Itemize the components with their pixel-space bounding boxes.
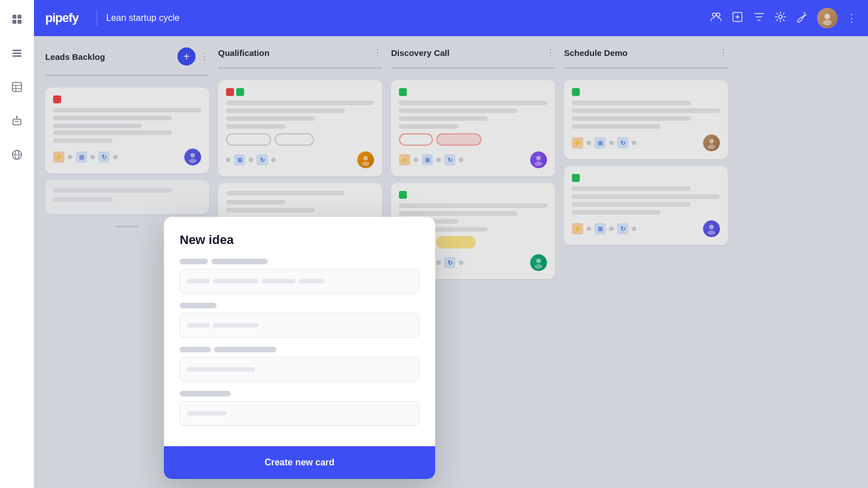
card-line — [53, 124, 142, 128]
form-group-3 — [180, 347, 419, 382]
action-icon[interactable]: ⊞ — [234, 154, 245, 165]
action-icon[interactable]: ↻ — [257, 154, 268, 165]
settings-icon[interactable] — [774, 11, 787, 26]
form-input-4[interactable] — [180, 401, 419, 426]
card-line — [399, 116, 488, 121]
column-menu-schedule-demo[interactable]: ⋮ — [719, 47, 728, 58]
user-avatar[interactable] — [817, 8, 837, 28]
input-placeholder — [187, 279, 324, 284]
column-menu-qualification[interactable]: ⋮ — [373, 47, 382, 58]
pill-pink-filled — [436, 133, 481, 146]
svg-rect-6 — [12, 55, 21, 57]
form-group-4 — [180, 391, 419, 426]
action-icon[interactable]: ↻ — [444, 257, 455, 268]
form-input-2[interactable] — [180, 313, 419, 338]
action-icon[interactable]: ⚡ — [399, 154, 410, 165]
svg-point-28 — [362, 162, 370, 166]
card-line — [399, 203, 547, 208]
action-icon[interactable]: ⚡ — [53, 151, 64, 163]
main-area: pipefy Lean startup cycle — [34, 0, 868, 488]
card-line — [226, 200, 285, 204]
form-input-1[interactable] — [180, 269, 419, 294]
action-dot — [632, 226, 636, 231]
action-icon[interactable]: ⊞ — [422, 154, 433, 165]
column-title-leads-backlog: Leads Backlog — [45, 52, 173, 62]
tag-red — [53, 95, 61, 103]
create-new-card-button[interactable]: Create new card — [264, 457, 335, 468]
card-line — [572, 101, 691, 105]
card-avatar — [530, 151, 547, 168]
label-block — [214, 347, 276, 352]
tool-icon[interactable] — [796, 11, 808, 26]
action-icon[interactable]: ⊞ — [76, 151, 87, 163]
column-underline — [564, 67, 728, 69]
add-card-button-leads-backlog[interactable]: + — [177, 47, 196, 66]
svg-point-22 — [779, 15, 782, 19]
column-menu-discovery-call[interactable]: ⋮ — [546, 47, 555, 58]
card[interactable]: ⊞ ↻ — [218, 80, 382, 176]
action-dot — [632, 141, 636, 145]
sidebar-icon-globe[interactable] — [7, 145, 27, 165]
action-icon[interactable]: ↻ — [444, 154, 455, 165]
column-header-leads-backlog: Leads Backlog + ⋮ — [45, 47, 209, 66]
sidebar-icon-bot[interactable] — [7, 111, 27, 131]
tag-green — [399, 191, 407, 199]
column-underline — [391, 67, 555, 69]
card-line — [572, 116, 691, 121]
svg-point-31 — [536, 156, 541, 160]
svg-rect-5 — [12, 53, 21, 54]
svg-point-34 — [535, 264, 542, 269]
action-dot — [459, 260, 463, 265]
action-dot — [414, 158, 418, 162]
sidebar-icon-grid[interactable] — [7, 9, 27, 29]
card-line — [572, 210, 661, 215]
input-placeholder — [187, 367, 255, 372]
sidebar-icon-list[interactable] — [7, 43, 27, 63]
card[interactable]: ⚡ ⊞ ↻ — [391, 80, 555, 176]
column-title-discovery-call: Discovery Call — [391, 48, 541, 58]
svg-point-38 — [708, 230, 715, 235]
column-underline — [45, 75, 209, 76]
card-pills — [399, 133, 547, 146]
action-icon[interactable]: ⊞ — [594, 223, 606, 234]
pill-pink-outline — [399, 133, 433, 146]
modal-footer[interactable]: Create new card — [164, 446, 435, 479]
card-footer: ⊞ ↻ — [226, 151, 374, 168]
card[interactable]: ⚡ ⊞ ↻ — [45, 88, 209, 173]
card-line — [572, 186, 691, 191]
logo: pipefy — [45, 11, 79, 25]
svg-rect-7 — [12, 82, 21, 91]
export-icon[interactable] — [731, 11, 744, 26]
action-icon[interactable]: ⊞ — [594, 137, 606, 149]
action-dot — [68, 155, 72, 159]
card-line — [226, 191, 345, 195]
card-line — [399, 124, 458, 129]
svg-point-23 — [824, 14, 830, 19]
card[interactable]: ⚡ ⊞ ↻ — [564, 166, 728, 245]
action-icon[interactable]: ⚡ — [572, 223, 583, 234]
column-header-schedule-demo: Schedule Demo ⋮ — [564, 47, 728, 58]
column-title-schedule-demo: Schedule Demo — [564, 48, 714, 58]
svg-rect-11 — [13, 119, 21, 125]
card-line — [572, 108, 720, 113]
card-line — [399, 108, 518, 113]
svg-point-32 — [535, 162, 542, 166]
action-icon[interactable]: ↻ — [617, 137, 628, 149]
action-icon[interactable]: ↻ — [98, 151, 110, 163]
more-icon[interactable]: ⋮ — [847, 12, 857, 24]
filter-icon[interactable] — [753, 11, 765, 26]
card-line — [226, 208, 315, 212]
label-block — [180, 303, 216, 308]
ph-block — [187, 323, 210, 328]
card[interactable] — [45, 180, 209, 214]
svg-point-27 — [363, 156, 368, 160]
column-title-qualification: Qualification — [218, 48, 368, 58]
form-input-3[interactable] — [180, 357, 419, 382]
action-icon[interactable]: ⚡ — [572, 137, 583, 149]
sidebar-icon-table[interactable] — [7, 77, 27, 97]
card[interactable]: ⚡ ⊞ ↻ — [564, 80, 728, 159]
action-icon[interactable]: ↻ — [617, 223, 628, 234]
column-menu-leads-backlog[interactable]: ⋮ — [200, 51, 209, 62]
card-actions: ⚡ ⊞ ↻ — [53, 151, 118, 163]
users-icon[interactable] — [710, 11, 722, 26]
